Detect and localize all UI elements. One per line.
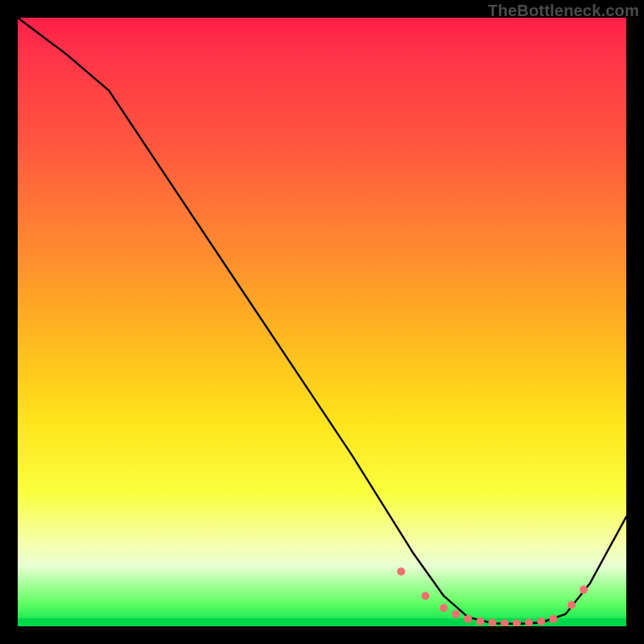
- marker-dot: [537, 617, 545, 625]
- flat-region-dots: [397, 568, 588, 626]
- marker-dot: [580, 586, 588, 594]
- curve-layer: [18, 18, 626, 624]
- chart-overlay: [18, 18, 626, 626]
- curve-line: [18, 18, 626, 624]
- marker-dot: [397, 568, 405, 576]
- marker-dot: [513, 619, 521, 626]
- marker-dot: [568, 601, 576, 609]
- marker-dot: [501, 619, 509, 626]
- marker-dot: [549, 615, 557, 623]
- plot-area: [18, 18, 626, 626]
- marker-dot: [452, 610, 460, 618]
- marker-dot: [440, 604, 448, 612]
- marker-dot: [525, 619, 533, 627]
- marker-dot: [489, 619, 497, 627]
- marker-dot: [422, 592, 430, 600]
- marker-dot: [477, 617, 485, 625]
- chart-stage: TheBottleneck.com: [0, 0, 644, 644]
- marker-dot: [464, 615, 472, 623]
